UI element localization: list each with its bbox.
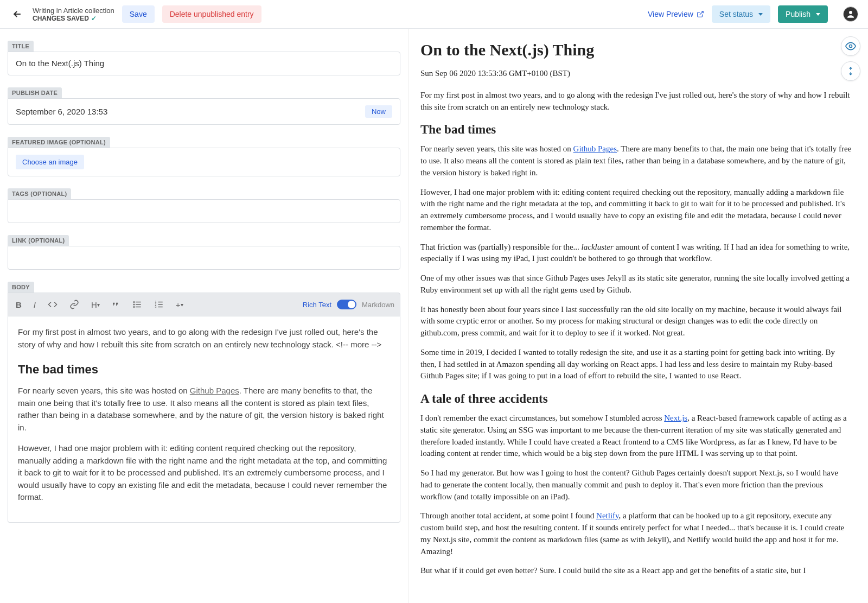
italic-button[interactable]: I xyxy=(31,298,38,312)
preview-paragraph: Some time in 2019, I decided I wanted to… xyxy=(420,347,852,382)
preview-link[interactable]: Next.js xyxy=(664,414,687,422)
preview-date: Sun Sep 06 2020 13:53:36 GMT+0100 (BST) xyxy=(420,68,852,80)
breadcrumb: Writing in Article collection xyxy=(33,7,114,15)
body-link[interactable]: Github Pages xyxy=(190,386,239,395)
preview-paragraph: I don't remember the exact circumstances… xyxy=(420,412,852,460)
now-button[interactable]: Now xyxy=(365,105,392,118)
link-label: LINK (OPTIONAL) xyxy=(8,235,69,246)
heading-button[interactable]: H▾ xyxy=(89,298,102,312)
save-status: CHANGES SAVED ✓ xyxy=(33,15,114,22)
chevron-down-icon xyxy=(816,13,820,16)
header-info: Writing in Article collection CHANGES SA… xyxy=(33,7,114,22)
body-paragraph: For my first post in almost two years, a… xyxy=(18,326,390,351)
preview-paragraph: For nearly seven years, this site was ho… xyxy=(420,143,852,179)
bold-button[interactable]: B xyxy=(14,298,24,312)
preview-paragraph: For my first post in almost two years, a… xyxy=(420,90,852,113)
rich-text-label: Rich Text xyxy=(303,301,331,309)
tags-label: TAGS (OPTIONAL) xyxy=(8,188,71,199)
back-button[interactable] xyxy=(10,7,25,22)
svg-point-13 xyxy=(850,45,852,48)
preview-paragraph: So I had my generator. But how was I goi… xyxy=(420,467,852,503)
body-paragraph: However, I had one major problem with it… xyxy=(18,442,390,504)
code-icon xyxy=(48,300,58,309)
header-right: View Preview Set status Publish xyxy=(648,5,858,23)
preview-paragraph: That friction was (partially) responsibl… xyxy=(420,242,852,265)
body-toolbar: B I H▾ 123 xyxy=(8,293,400,316)
svg-point-4 xyxy=(133,302,135,303)
quote-button[interactable] xyxy=(110,298,123,311)
preview-pane: On to the Next(.js) Thing Sun Sep 06 202… xyxy=(408,29,868,603)
set-status-button[interactable]: Set status xyxy=(712,5,770,23)
preview-link[interactable]: Netlify xyxy=(596,511,619,520)
bullet-list-icon xyxy=(132,300,142,309)
save-button[interactable]: Save xyxy=(122,5,155,23)
code-button[interactable] xyxy=(46,297,60,312)
quote-icon xyxy=(112,300,120,309)
featured-image-label: FEATURED IMAGE (OPTIONAL) xyxy=(8,137,110,148)
tags-field: TAGS (OPTIONAL) xyxy=(8,188,400,223)
add-button[interactable]: +▾ xyxy=(174,298,186,312)
preview-paragraph: One of my other issues was that since Gi… xyxy=(420,272,852,296)
link-button[interactable] xyxy=(67,297,81,312)
svg-point-6 xyxy=(133,307,135,308)
preview-paragraph: It has honestly been about four years si… xyxy=(420,304,852,339)
arrow-left-icon xyxy=(12,9,23,20)
external-link-icon xyxy=(697,10,704,18)
sync-scroll-icon xyxy=(846,66,856,76)
body-field: BODY B I H▾ xyxy=(8,282,400,523)
user-icon xyxy=(846,9,856,19)
view-preview-link[interactable]: View Preview xyxy=(648,10,704,18)
featured-image-field: FEATURED IMAGE (OPTIONAL) Choose an imag… xyxy=(8,137,400,176)
editor-mode-toggle[interactable] xyxy=(337,300,356,309)
body-label: BODY xyxy=(8,282,34,293)
body-paragraph: For nearly seven years, this site was ho… xyxy=(18,385,390,434)
delete-button[interactable]: Delete unpublished entry xyxy=(162,5,261,23)
svg-point-0 xyxy=(849,11,852,14)
choose-image-button[interactable]: Choose an image xyxy=(16,155,84,169)
publish-button[interactable]: Publish xyxy=(778,5,828,23)
link-icon xyxy=(69,300,79,309)
link-input[interactable] xyxy=(16,253,392,262)
eye-icon xyxy=(845,41,856,52)
title-field: TITLE xyxy=(8,41,400,75)
preview-title: On to the Next(.js) Thing xyxy=(420,41,852,59)
numbered-list-icon: 123 xyxy=(154,300,164,309)
preview-link[interactable]: Github Pages xyxy=(573,144,617,153)
preview-sync-button[interactable] xyxy=(841,61,860,81)
publish-date-label: PUBLISH DATE xyxy=(8,87,62,98)
svg-text:3: 3 xyxy=(155,305,156,308)
preview-visibility-button[interactable] xyxy=(841,36,860,56)
publish-date-field: PUBLISH DATE Now xyxy=(8,87,400,125)
preview-heading: The bad times xyxy=(420,123,852,137)
markdown-label: Markdown xyxy=(362,301,394,309)
preview-paragraph: However, I had one major problem with it… xyxy=(420,187,852,234)
numbered-list-button[interactable]: 123 xyxy=(152,297,166,312)
tags-input[interactable] xyxy=(16,206,392,215)
title-label: TITLE xyxy=(8,41,34,52)
body-editor[interactable]: For my first post in almost two years, a… xyxy=(8,316,400,523)
svg-point-5 xyxy=(133,304,135,305)
editor-pane: TITLE PUBLISH DATE Now FEATURED IMAGE (O… xyxy=(0,29,408,603)
bullet-list-button[interactable] xyxy=(130,297,144,312)
preview-paragraph: Through another total accident, at some … xyxy=(420,510,852,557)
link-field: LINK (OPTIONAL) xyxy=(8,235,400,270)
avatar[interactable] xyxy=(843,7,858,22)
header-bar: Writing in Article collection CHANGES SA… xyxy=(0,0,868,29)
check-icon: ✓ xyxy=(91,15,97,22)
publish-date-input[interactable] xyxy=(16,107,365,116)
chevron-down-icon xyxy=(758,13,763,16)
preview-paragraph: But what if it could get even better? Su… xyxy=(420,565,852,577)
title-input[interactable] xyxy=(16,59,392,68)
preview-heading: A tale of three accidents xyxy=(420,392,852,406)
body-heading: The bad times xyxy=(18,360,390,378)
